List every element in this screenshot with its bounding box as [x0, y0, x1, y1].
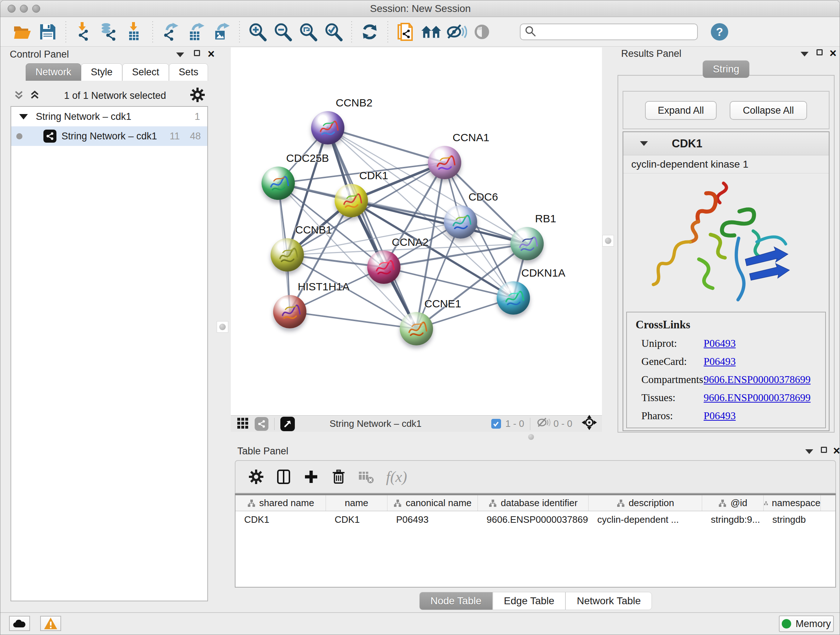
control-panel-collapse-icon[interactable]	[176, 52, 184, 57]
export-network-icon[interactable]	[160, 21, 181, 42]
search-icon	[524, 25, 537, 39]
column-header-database-identifier[interactable]: database identifier	[478, 495, 589, 511]
network-collection-row[interactable]: String Network – cdk1 1	[11, 107, 207, 126]
table-cell[interactable]: 9606.ENSP00000378699	[478, 511, 589, 528]
import-network-icon[interactable]	[73, 21, 95, 42]
table-row[interactable]: CDK1CDK1P064939606.ENSP00000378699cyclin…	[235, 511, 835, 528]
control-panel-float-icon[interactable]	[194, 50, 200, 56]
expand-all-icon[interactable]	[28, 89, 41, 103]
zoom-selected-icon[interactable]	[323, 21, 344, 42]
help-button[interactable]: ?	[711, 23, 728, 41]
export-table-icon[interactable]	[186, 21, 207, 42]
control-panel-title: Control Panel	[10, 49, 69, 60]
node-cdk1[interactable]	[335, 184, 368, 217]
crosslink-link[interactable]: P06493	[704, 356, 736, 367]
column-header-description[interactable]: description	[589, 495, 702, 511]
window-title: Session: New Session	[0, 0, 840, 17]
show-columns-icon[interactable]	[273, 466, 294, 487]
table-cell[interactable]: CDK1	[326, 511, 387, 528]
left-splitter-handle[interactable]	[217, 321, 228, 333]
search-input[interactable]	[537, 25, 693, 39]
import-table-icon[interactable]	[124, 21, 145, 42]
delete-column-icon[interactable]	[328, 466, 349, 487]
collapse-all-button[interactable]: Collapse All	[729, 101, 807, 120]
network-row[interactable]: String Network – cdk1 11 48	[11, 126, 207, 146]
zoom-out-icon[interactable]	[272, 21, 294, 42]
tab-network-table[interactable]: Network Table	[565, 592, 652, 610]
add-column-icon[interactable]	[301, 466, 322, 487]
collapse-all-icon[interactable]	[13, 89, 25, 103]
export-image-icon[interactable]	[211, 21, 232, 42]
clone-network-icon[interactable]	[395, 21, 416, 42]
results-panel-close-icon[interactable]: ×	[829, 50, 836, 57]
tab-edge-table[interactable]: Edge Table	[493, 592, 566, 610]
toolbar-separator	[239, 21, 240, 42]
collection-expand-icon[interactable]	[19, 114, 28, 119]
node-label-ccnb2: CCNB2	[336, 97, 373, 109]
column-header-namespace[interactable]: namespace	[764, 495, 821, 511]
tab-network[interactable]: Network	[26, 63, 81, 81]
crosslink-link[interactable]: 9606.ENSP00000378699	[704, 374, 811, 386]
warning-status-icon[interactable]	[40, 616, 61, 631]
zoom-in-icon[interactable]	[247, 21, 268, 42]
birdseye-view-icon[interactable]	[280, 417, 295, 431]
node-cdc25b[interactable]	[262, 166, 295, 200]
cloud-status-icon[interactable]	[9, 616, 30, 631]
hide-selection-icon[interactable]	[446, 21, 467, 42]
results-panel-collapse-icon[interactable]	[801, 52, 808, 57]
node-cdc6[interactable]	[444, 205, 477, 239]
table-cell[interactable]: cyclin-dependent ...	[589, 511, 702, 528]
node-ccnb1[interactable]	[271, 238, 304, 272]
column-header-name[interactable]: name	[326, 495, 387, 511]
gene-card-header[interactable]: CDK1	[623, 132, 829, 155]
table-panel-float-icon[interactable]	[821, 447, 827, 453]
node-ccne1[interactable]	[400, 312, 433, 345]
crosslink-link[interactable]: 9606.ENSP00000378699	[704, 392, 811, 404]
right-splitter-handle[interactable]	[602, 235, 614, 247]
open-session-icon[interactable]	[12, 21, 33, 42]
control-panel-close-icon[interactable]: ×	[208, 50, 215, 57]
table-cell[interactable]: P06493	[387, 511, 478, 528]
save-session-icon[interactable]	[37, 21, 58, 42]
selected-nodes-checkbox[interactable]	[491, 419, 501, 429]
tab-string[interactable]: String	[703, 60, 749, 78]
column-header--id[interactable]: @id	[702, 495, 764, 511]
table-options-gear-icon[interactable]	[246, 466, 267, 487]
table-panel-collapse-icon[interactable]	[805, 449, 813, 454]
network-share-icon[interactable]	[255, 417, 268, 431]
zoom-fit-icon[interactable]	[298, 21, 319, 42]
search-box[interactable]	[520, 24, 698, 40]
string-home-icon[interactable]	[421, 21, 442, 42]
node-cdkn1a[interactable]	[497, 281, 530, 315]
tab-sets[interactable]: Sets	[169, 63, 208, 81]
fit-selected-icon[interactable]	[582, 415, 597, 432]
table-cell[interactable]: CDK1	[235, 511, 326, 528]
column-header-shared-name[interactable]: shared name	[235, 495, 326, 511]
crosslink-link[interactable]: P06493	[704, 337, 736, 349]
node-hist1h1a[interactable]	[273, 295, 306, 328]
crosslink-link[interactable]: P06493	[704, 410, 736, 422]
gene-card-collapse-icon[interactable]	[640, 141, 648, 146]
import-database-icon[interactable]	[99, 21, 120, 42]
network-canvas[interactable]: CCNB2 CCNA1 CDC25B CDK1 CDC6 RB1 CCNB1 C…	[231, 48, 602, 415]
memory-button[interactable]: Memory	[779, 616, 834, 632]
tab-select[interactable]: Select	[122, 63, 169, 81]
table-cell[interactable]: stringdb	[764, 511, 821, 528]
column-header-canonical-name[interactable]: canonical name	[387, 495, 478, 511]
node-ccna2[interactable]	[367, 250, 401, 284]
node-rb1[interactable]	[510, 227, 544, 260]
grid-view-icon[interactable]	[237, 416, 249, 431]
show-eye-icon[interactable]	[471, 21, 493, 42]
tab-node-table[interactable]: Node Table	[419, 592, 493, 610]
node-ccnb2[interactable]	[311, 111, 344, 144]
refresh-icon[interactable]	[359, 21, 380, 42]
control-panel: Control Panel × NetworkStyleSelectSets 1…	[3, 48, 215, 607]
network-options-gear-icon[interactable]	[189, 87, 206, 105]
tab-style[interactable]: Style	[81, 63, 122, 81]
table-panel-close-icon[interactable]: ×	[833, 447, 840, 454]
crosslink-row: Pharos:P06493	[627, 410, 825, 422]
node-ccna1[interactable]	[428, 146, 461, 179]
expand-all-button[interactable]: Expand All	[645, 101, 717, 120]
results-panel-float-icon[interactable]	[816, 49, 823, 55]
table-cell[interactable]: stringdb:9...	[702, 511, 764, 528]
